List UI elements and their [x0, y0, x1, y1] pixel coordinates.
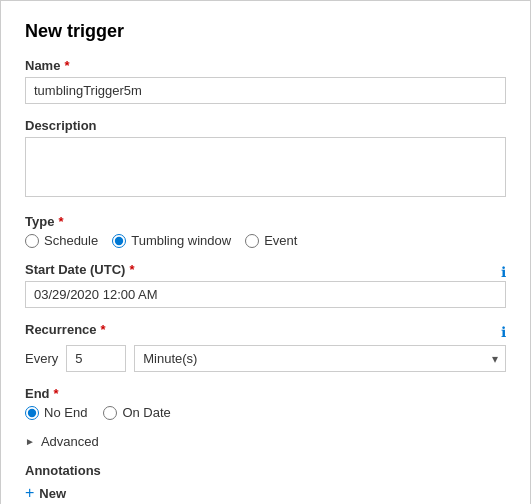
type-schedule-label: Schedule: [44, 233, 98, 248]
annotations-new-label: New: [39, 486, 66, 501]
type-schedule-option[interactable]: Schedule: [25, 233, 98, 248]
name-input[interactable]: [25, 77, 506, 104]
start-date-info-icon[interactable]: ℹ: [501, 264, 506, 280]
recurrence-field-group: Recurrence* ℹ Every Minute(s) Hour(s) Da…: [25, 322, 506, 372]
type-event-radio[interactable]: [245, 234, 259, 248]
advanced-row[interactable]: ► Advanced: [25, 434, 506, 449]
advanced-label: Advanced: [41, 434, 99, 449]
end-label: End*: [25, 386, 506, 401]
recurrence-label: Recurrence*: [25, 322, 106, 337]
name-field-group: Name*: [25, 58, 506, 104]
recurrence-unit-wrapper: Minute(s) Hour(s) Day(s) ▾: [134, 345, 506, 372]
end-noend-option[interactable]: No End: [25, 405, 87, 420]
recurrence-info-icon[interactable]: ℹ: [501, 324, 506, 340]
every-label: Every: [25, 351, 58, 366]
description-field-group: Description: [25, 118, 506, 200]
annotations-field-group: Annotations + New: [25, 463, 506, 502]
end-ondate-label: On Date: [122, 405, 170, 420]
panel-title: New trigger: [25, 21, 506, 42]
new-plus-icon: +: [25, 484, 34, 502]
end-radio-group: No End On Date: [25, 405, 506, 420]
recurrence-label-row: Recurrence* ℹ: [25, 322, 506, 341]
type-radio-group: Schedule Tumbling window Event: [25, 233, 506, 248]
name-label: Name*: [25, 58, 506, 73]
end-ondate-option[interactable]: On Date: [103, 405, 170, 420]
annotations-label: Annotations: [25, 463, 506, 478]
type-field-group: Type* Schedule Tumbling window Event: [25, 214, 506, 248]
annotations-new-button[interactable]: + New: [25, 484, 66, 502]
new-trigger-panel: New trigger Name* Description Type* Sche…: [0, 0, 531, 504]
type-tumbling-label: Tumbling window: [131, 233, 231, 248]
type-event-option[interactable]: Event: [245, 233, 297, 248]
recurrence-unit-select[interactable]: Minute(s) Hour(s) Day(s): [134, 345, 506, 372]
recurrence-number-input[interactable]: [66, 345, 126, 372]
description-label: Description: [25, 118, 506, 133]
type-event-label: Event: [264, 233, 297, 248]
start-date-field-group: Start Date (UTC)* ℹ: [25, 262, 506, 308]
end-field-group: End* No End On Date: [25, 386, 506, 420]
advanced-arrow-icon: ►: [25, 436, 35, 447]
end-noend-label: No End: [44, 405, 87, 420]
recurrence-row: Every Minute(s) Hour(s) Day(s) ▾: [25, 345, 506, 372]
description-input[interactable]: [25, 137, 506, 197]
type-label: Type*: [25, 214, 506, 229]
type-schedule-radio[interactable]: [25, 234, 39, 248]
start-date-label-row: Start Date (UTC)* ℹ: [25, 262, 506, 281]
type-tumbling-option[interactable]: Tumbling window: [112, 233, 231, 248]
type-tumbling-radio[interactable]: [112, 234, 126, 248]
end-noend-radio[interactable]: [25, 406, 39, 420]
end-ondate-radio[interactable]: [103, 406, 117, 420]
start-date-label: Start Date (UTC)*: [25, 262, 134, 277]
start-date-input[interactable]: [25, 281, 506, 308]
